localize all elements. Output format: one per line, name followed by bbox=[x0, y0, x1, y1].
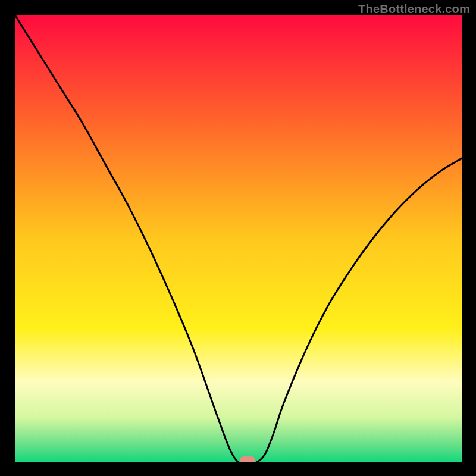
gradient-background bbox=[15, 15, 462, 462]
chart-container: TheBottleneck.com bbox=[0, 0, 476, 476]
bottleneck-chart bbox=[15, 15, 462, 462]
optimal-marker bbox=[240, 456, 255, 462]
plot-area bbox=[15, 15, 462, 462]
watermark-text: TheBottleneck.com bbox=[358, 2, 470, 16]
